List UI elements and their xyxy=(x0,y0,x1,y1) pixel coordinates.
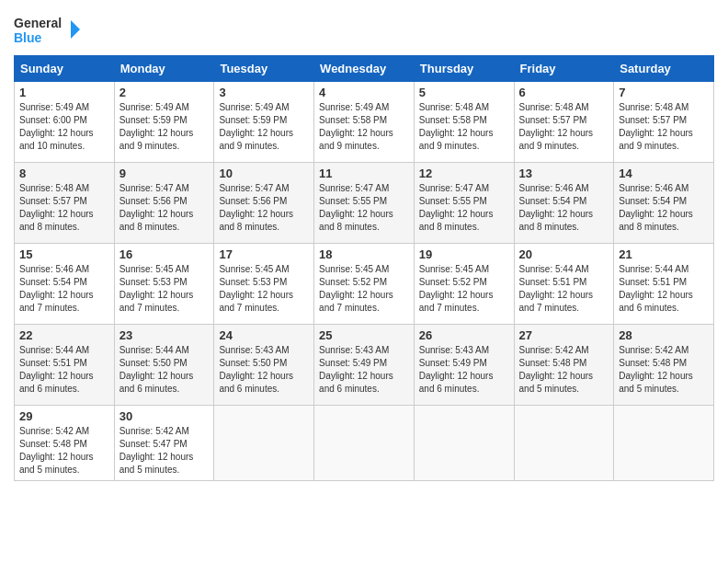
header-monday: Monday xyxy=(114,56,214,82)
header-friday: Friday xyxy=(514,56,614,82)
calendar-week-4: 22Sunrise: 5:44 AMSunset: 5:51 PMDayligh… xyxy=(15,325,714,406)
calendar-week-3: 15Sunrise: 5:46 AMSunset: 5:54 PMDayligh… xyxy=(15,244,714,325)
table-row: 23Sunrise: 5:44 AMSunset: 5:50 PMDayligh… xyxy=(114,325,214,406)
table-row: 22Sunrise: 5:44 AMSunset: 5:51 PMDayligh… xyxy=(15,325,115,406)
table-row: 27Sunrise: 5:42 AMSunset: 5:48 PMDayligh… xyxy=(514,325,614,406)
table-row: 3Sunrise: 5:49 AMSunset: 5:59 PMDaylight… xyxy=(214,82,314,163)
svg-marker-2 xyxy=(71,20,80,39)
table-row: 2Sunrise: 5:49 AMSunset: 5:59 PMDaylight… xyxy=(114,82,214,163)
table-row: 18Sunrise: 5:45 AMSunset: 5:52 PMDayligh… xyxy=(314,244,415,325)
table-row: 16Sunrise: 5:45 AMSunset: 5:53 PMDayligh… xyxy=(114,244,214,325)
empty-cell xyxy=(514,406,614,481)
table-row: 9Sunrise: 5:47 AMSunset: 5:56 PMDaylight… xyxy=(114,163,214,244)
empty-cell xyxy=(314,406,415,481)
header-saturday: Saturday xyxy=(614,56,714,82)
table-row: 12Sunrise: 5:47 AMSunset: 5:55 PMDayligh… xyxy=(414,163,514,244)
table-row: 28Sunrise: 5:42 AMSunset: 5:48 PMDayligh… xyxy=(614,325,714,406)
logo-svg: General Blue xyxy=(14,13,87,50)
calendar-week-5: 29Sunrise: 5:42 AMSunset: 5:48 PMDayligh… xyxy=(15,406,714,481)
header-tuesday: Tuesday xyxy=(214,56,314,82)
table-row: 14Sunrise: 5:46 AMSunset: 5:54 PMDayligh… xyxy=(614,163,714,244)
logo: General Blue xyxy=(14,13,87,50)
table-row: 1Sunrise: 5:49 AMSunset: 6:00 PMDaylight… xyxy=(15,82,115,163)
calendar-table: SundayMondayTuesdayWednesdayThursdayFrid… xyxy=(14,55,714,481)
table-row: 7Sunrise: 5:48 AMSunset: 5:57 PMDaylight… xyxy=(614,82,714,163)
table-row: 25Sunrise: 5:43 AMSunset: 5:49 PMDayligh… xyxy=(314,325,415,406)
table-row: 17Sunrise: 5:45 AMSunset: 5:53 PMDayligh… xyxy=(214,244,314,325)
table-row: 24Sunrise: 5:43 AMSunset: 5:50 PMDayligh… xyxy=(214,325,314,406)
calendar-week-2: 8Sunrise: 5:48 AMSunset: 5:57 PMDaylight… xyxy=(15,163,714,244)
table-row: 11Sunrise: 5:47 AMSunset: 5:55 PMDayligh… xyxy=(314,163,415,244)
table-row: 15Sunrise: 5:46 AMSunset: 5:54 PMDayligh… xyxy=(15,244,115,325)
table-row: 10Sunrise: 5:47 AMSunset: 5:56 PMDayligh… xyxy=(214,163,314,244)
table-row: 21Sunrise: 5:44 AMSunset: 5:51 PMDayligh… xyxy=(614,244,714,325)
page-header: General Blue xyxy=(14,9,714,50)
empty-cell xyxy=(214,406,314,481)
empty-cell xyxy=(414,406,514,481)
table-row: 30Sunrise: 5:42 AMSunset: 5:47 PMDayligh… xyxy=(114,406,214,481)
svg-text:General: General xyxy=(14,16,62,30)
table-row: 6Sunrise: 5:48 AMSunset: 5:57 PMDaylight… xyxy=(514,82,614,163)
table-row: 20Sunrise: 5:44 AMSunset: 5:51 PMDayligh… xyxy=(514,244,614,325)
table-row: 29Sunrise: 5:42 AMSunset: 5:48 PMDayligh… xyxy=(15,406,115,481)
calendar-week-1: 1Sunrise: 5:49 AMSunset: 6:00 PMDaylight… xyxy=(15,82,714,163)
table-row: 8Sunrise: 5:48 AMSunset: 5:57 PMDaylight… xyxy=(15,163,115,244)
table-row: 19Sunrise: 5:45 AMSunset: 5:52 PMDayligh… xyxy=(414,244,514,325)
table-row: 13Sunrise: 5:46 AMSunset: 5:54 PMDayligh… xyxy=(514,163,614,244)
table-row: 4Sunrise: 5:49 AMSunset: 5:58 PMDaylight… xyxy=(314,82,415,163)
svg-text:Blue: Blue xyxy=(14,30,42,45)
header-thursday: Thursday xyxy=(414,56,514,82)
empty-cell xyxy=(614,406,714,481)
table-row: 5Sunrise: 5:48 AMSunset: 5:58 PMDaylight… xyxy=(414,82,514,163)
calendar-header-row: SundayMondayTuesdayWednesdayThursdayFrid… xyxy=(15,56,714,82)
header-sunday: Sunday xyxy=(15,56,115,82)
table-row: 26Sunrise: 5:43 AMSunset: 5:49 PMDayligh… xyxy=(414,325,514,406)
header-wednesday: Wednesday xyxy=(314,56,415,82)
